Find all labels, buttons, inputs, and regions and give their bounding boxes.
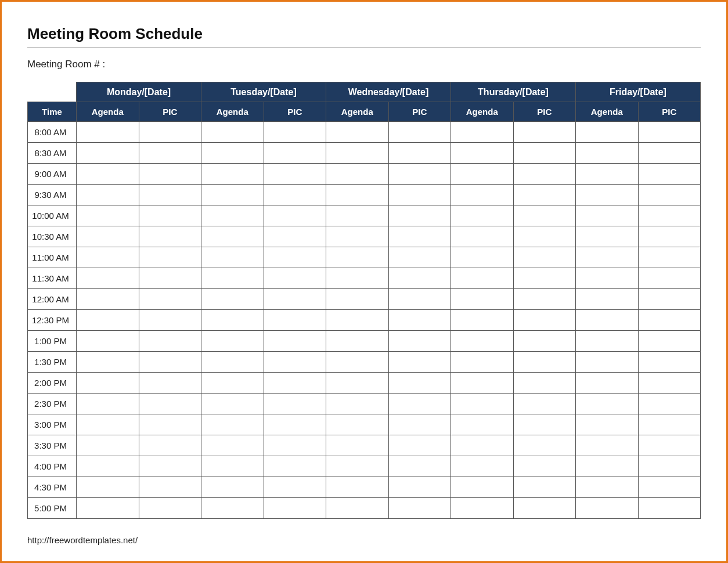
- pic-cell: [638, 185, 701, 205]
- agenda-cell: [326, 122, 389, 143]
- time-cell: 11:00 AM: [28, 247, 77, 268]
- agenda-cell: [201, 435, 264, 456]
- agenda-cell: [77, 331, 139, 352]
- pic-cell: [513, 185, 576, 205]
- agenda-cell: [451, 226, 514, 247]
- pic-cell: [513, 331, 576, 352]
- agenda-cell: [201, 122, 264, 143]
- pic-cell: [513, 226, 576, 247]
- agenda-cell: [326, 164, 389, 185]
- pic-cell: [638, 289, 701, 310]
- pic-cell: [513, 164, 576, 185]
- pic-cell: [139, 498, 201, 519]
- agenda-cell: [451, 352, 514, 373]
- agenda-column-header: Agenda: [451, 102, 514, 122]
- time-cell: 11:30 AM: [28, 268, 77, 289]
- pic-cell: [139, 226, 201, 247]
- day-header: Tuesday/[Date]: [201, 82, 326, 102]
- pic-cell: [638, 498, 701, 519]
- pic-column-header: PIC: [638, 102, 701, 122]
- agenda-cell: [451, 394, 514, 414]
- pic-cell: [638, 394, 701, 414]
- agenda-column-header: Agenda: [576, 102, 639, 122]
- pic-cell: [638, 164, 701, 185]
- pic-cell: [513, 456, 576, 477]
- agenda-cell: [77, 310, 139, 331]
- pic-cell: [513, 205, 576, 226]
- agenda-cell: [77, 498, 139, 519]
- schedule-table: Monday/[Date] Tuesday/[Date] Wednesday/[…: [27, 82, 701, 519]
- table-row: 2:00 PM: [28, 373, 701, 394]
- pic-cell: [139, 268, 201, 289]
- footer-url: http://freewordtemplates.net/: [27, 535, 701, 545]
- pic-column-header: PIC: [264, 102, 326, 122]
- agenda-cell: [451, 456, 514, 477]
- pic-cell: [264, 394, 326, 414]
- pic-cell: [638, 414, 701, 435]
- pic-cell: [139, 143, 201, 164]
- header-blank-corner: [28, 82, 77, 102]
- meeting-room-label: Meeting Room # :: [27, 59, 701, 70]
- time-cell: 10:00 AM: [28, 205, 77, 226]
- day-header: Thursday/[Date]: [451, 82, 576, 102]
- table-row: 3:30 PM: [28, 435, 701, 456]
- pic-cell: [264, 331, 326, 352]
- pic-cell: [388, 352, 451, 373]
- agenda-cell: [201, 185, 264, 205]
- time-cell: 9:00 AM: [28, 164, 77, 185]
- agenda-cell: [201, 477, 264, 498]
- agenda-cell: [451, 164, 514, 185]
- agenda-cell: [576, 498, 639, 519]
- pic-cell: [139, 289, 201, 310]
- table-row: 10:00 AM: [28, 205, 701, 226]
- table-row: 2:30 PM: [28, 394, 701, 414]
- agenda-cell: [77, 373, 139, 394]
- pic-column-header: PIC: [388, 102, 451, 122]
- pic-cell: [264, 185, 326, 205]
- pic-cell: [139, 414, 201, 435]
- pic-cell: [388, 373, 451, 394]
- pic-cell: [388, 143, 451, 164]
- agenda-cell: [576, 289, 639, 310]
- agenda-cell: [77, 414, 139, 435]
- agenda-cell: [201, 331, 264, 352]
- agenda-cell: [201, 268, 264, 289]
- table-row: 5:00 PM: [28, 498, 701, 519]
- agenda-cell: [77, 226, 139, 247]
- agenda-cell: [77, 289, 139, 310]
- pic-cell: [638, 435, 701, 456]
- agenda-cell: [576, 185, 639, 205]
- table-row: 8:00 AM: [28, 122, 701, 143]
- pic-cell: [513, 435, 576, 456]
- pic-cell: [388, 226, 451, 247]
- pic-cell: [388, 498, 451, 519]
- agenda-cell: [201, 164, 264, 185]
- agenda-cell: [201, 414, 264, 435]
- agenda-cell: [326, 498, 389, 519]
- pic-cell: [139, 477, 201, 498]
- agenda-cell: [201, 498, 264, 519]
- pic-cell: [139, 331, 201, 352]
- pic-cell: [638, 205, 701, 226]
- table-row: 9:00 AM: [28, 164, 701, 185]
- table-row: 12:00 AM: [28, 289, 701, 310]
- time-cell: 12:30 PM: [28, 310, 77, 331]
- agenda-cell: [201, 289, 264, 310]
- table-row: 4:30 PM: [28, 477, 701, 498]
- agenda-cell: [576, 122, 639, 143]
- agenda-cell: [326, 247, 389, 268]
- pic-cell: [513, 394, 576, 414]
- pic-cell: [139, 205, 201, 226]
- pic-cell: [264, 310, 326, 331]
- pic-cell: [388, 456, 451, 477]
- agenda-cell: [201, 373, 264, 394]
- agenda-cell: [326, 289, 389, 310]
- pic-cell: [388, 435, 451, 456]
- table-header: Monday/[Date] Tuesday/[Date] Wednesday/[…: [28, 82, 701, 122]
- table-row: 3:00 PM: [28, 414, 701, 435]
- agenda-cell: [326, 310, 389, 331]
- pic-cell: [139, 310, 201, 331]
- time-cell: 1:00 PM: [28, 331, 77, 352]
- pic-cell: [264, 373, 326, 394]
- pic-cell: [388, 331, 451, 352]
